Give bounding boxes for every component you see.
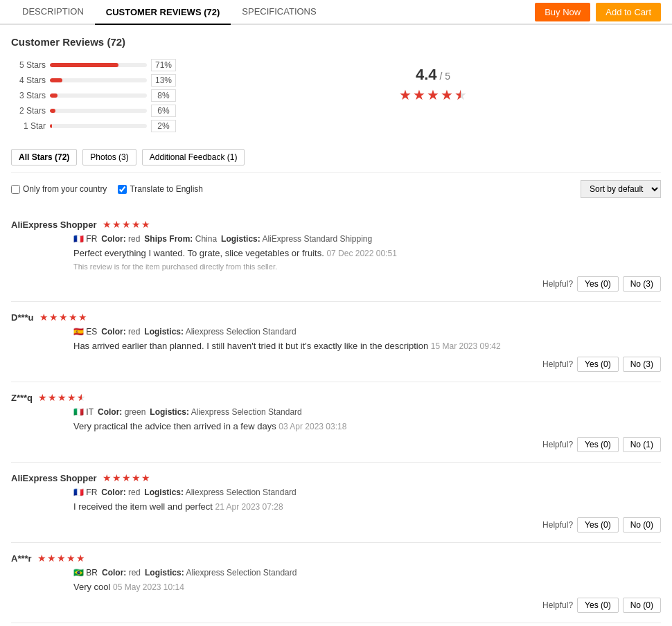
translate-checkbox[interactable] (118, 185, 127, 194)
review-logistics: Logistics: Aliexpress Selection Standard (145, 568, 297, 578)
helpful-no-button[interactable]: No (1) (623, 437, 661, 452)
tab-customer-reviews[interactable]: CUSTOMER REVIEWS (72) (95, 0, 231, 25)
review-logistics: Logistics: AliExpress Standard Shipping (221, 234, 372, 244)
review-stars: ★★★★★ (103, 219, 150, 230)
review-logistics: Logistics: Aliexpress Selection Standard (144, 327, 296, 337)
options-bar: Only from your country Translate to Engl… (11, 172, 661, 198)
review-meta: 🇪🇸 ESColor: redLogistics: Aliexpress Sel… (73, 327, 661, 337)
top-navigation: DESCRIPTION CUSTOMER REVIEWS (72) SPECIF… (0, 0, 672, 25)
helpful-label: Helpful? (542, 520, 573, 530)
review-item: AliExpress Shopper ★★★★★ 🇫🇷 FRColor: red… (11, 209, 661, 302)
review-header: D***u ★★★★★ (11, 312, 661, 323)
review-star: ★ (59, 312, 68, 323)
review-date: 21 Apr 2023 07:28 (215, 502, 283, 512)
only-from-country-checkbox[interactable] (11, 185, 20, 194)
review-logistics: Logistics: Aliexpress Selection Standard (150, 407, 301, 417)
review-star: ★ (141, 472, 150, 483)
buy-now-button[interactable]: Buy Now (535, 3, 590, 21)
overall-rating: 4.4 / 5 ★★★★★★ (205, 59, 661, 103)
helpful-label: Helpful? (542, 600, 573, 610)
review-star: ★ (103, 472, 112, 483)
review-star: ★ (76, 553, 85, 564)
review-item: D***u ★★★★★ 🇪🇸 ESColor: redLogistics: Al… (11, 302, 661, 382)
overall-star: ★ (399, 87, 412, 103)
rating-bar-fill (50, 109, 55, 113)
helpful-no-button[interactable]: No (0) (623, 517, 661, 533)
review-star: ★ (48, 392, 57, 403)
tab-description[interactable]: DESCRIPTION (11, 0, 95, 24)
review-footer: Helpful? Yes (0) No (1) (11, 437, 661, 452)
rating-bar-row-2: 3 Stars 8% (11, 89, 205, 102)
review-text: Perfect everything I wanted. To grate, s… (73, 248, 661, 258)
helpful-yes-button[interactable]: Yes (0) (577, 517, 619, 533)
rating-bar-pct: 71% (151, 59, 176, 71)
review-meta: 🇧🇷 BRColor: redLogistics: Aliexpress Sel… (73, 568, 661, 578)
rating-bar-fill (50, 78, 62, 82)
filter-button-1[interactable]: Photos (3) (82, 149, 136, 166)
review-footer: Helpful? Yes (0) No (3) (11, 276, 661, 292)
only-from-country-label[interactable]: Only from your country (11, 184, 107, 194)
helpful-no-button[interactable]: No (3) (623, 276, 661, 292)
review-star: ★ (67, 553, 76, 564)
review-color: Color: red (101, 234, 140, 244)
rating-bar-label: 1 Star (11, 121, 46, 131)
review-stars: ★★★★★ (37, 553, 85, 564)
overall-star: ★ (441, 87, 453, 103)
rating-bar-row-1: 4 Stars 13% (11, 74, 205, 87)
translate-label[interactable]: Translate to English (118, 184, 203, 194)
overall-star: ★ (413, 87, 425, 103)
rating-bar-pct: 6% (151, 105, 176, 117)
review-text: Has arrived earlier than planned. I stil… (73, 341, 661, 351)
helpful-yes-button[interactable]: Yes (0) (577, 276, 619, 292)
review-text: Very practical the advice then arrived i… (73, 421, 661, 431)
rating-bar-row-4: 1 Star 2% (11, 120, 205, 132)
filter-button-2[interactable]: Additional Feedback (1) (142, 149, 245, 166)
rating-bar-fill (50, 124, 52, 128)
helpful-yes-button[interactable]: Yes (0) (577, 598, 619, 613)
rating-bar-pct: 2% (151, 120, 176, 132)
review-item: A***r ★★★★★ 🇧🇷 BRColor: redLogistics: Al… (11, 543, 661, 623)
rating-bar-bg (50, 93, 147, 98)
review-star-half: ★★ (77, 392, 86, 403)
rating-bar-label: 5 Stars (11, 60, 46, 70)
review-star: ★ (122, 219, 131, 230)
reviewer-flag: 🇪🇸 ES (73, 327, 97, 337)
filter-bar: All Stars (72)Photos (3)Additional Feedb… (11, 149, 661, 166)
tab-specifications[interactable]: SPECIFICATIONS (231, 0, 327, 24)
add-to-cart-button[interactable]: Add to Cart (596, 3, 661, 21)
review-header: A***r ★★★★★ (11, 553, 661, 564)
overall-stars: ★★★★★★ (399, 87, 467, 103)
review-footer: Helpful? Yes (0) No (0) (11, 598, 661, 613)
review-item: AliExpress Shopper ★★★★★ 🇫🇷 FRColor: red… (11, 463, 661, 543)
review-star: ★ (103, 219, 112, 230)
helpful-no-button[interactable]: No (3) (623, 357, 661, 372)
review-star: ★ (57, 553, 66, 564)
rating-bar-bg (50, 63, 147, 67)
review-star: ★ (78, 312, 87, 323)
helpful-yes-button[interactable]: Yes (0) (577, 357, 619, 372)
only-from-country-text: Only from your country (23, 184, 107, 194)
overall-star-half: ★★ (454, 87, 467, 103)
review-date: 15 Mar 2023 09:42 (431, 341, 501, 351)
review-stars: ★★★★★ (103, 472, 150, 483)
sort-select[interactable]: Sort by defaultMost RecentMost Helpful (581, 180, 661, 198)
overall-out-of: / 5 (440, 71, 451, 82)
top-nav-actions: Buy Now Add to Cart (535, 3, 661, 21)
helpful-yes-button[interactable]: Yes (0) (577, 437, 619, 452)
rating-bar-bg (50, 109, 147, 113)
helpful-no-button[interactable]: No (0) (623, 598, 661, 613)
overall-score: 4.4 (416, 66, 437, 84)
rating-bar-row-3: 2 Stars 6% (11, 105, 205, 117)
reviewer-flag: 🇫🇷 FR (73, 488, 97, 497)
review-star: ★ (39, 312, 48, 323)
filter-button-0[interactable]: All Stars (72) (11, 149, 77, 166)
review-star: ★ (112, 219, 121, 230)
reviewer-flag: 🇫🇷 FR (73, 234, 97, 244)
rating-bars: 5 Stars 71% 4 Stars 13% 3 Stars 8% 2 Sta… (11, 59, 205, 135)
review-meta: 🇮🇹 ITColor: greenLogistics: Aliexpress S… (73, 407, 661, 417)
translate-text: Translate to English (130, 184, 203, 194)
review-ships-from: Ships From: China (144, 234, 217, 244)
review-header: AliExpress Shopper ★★★★★ (11, 472, 661, 483)
reviewer-flag: 🇧🇷 BR (73, 568, 98, 578)
review-text: I received the item well and perfect 21 … (73, 501, 661, 512)
